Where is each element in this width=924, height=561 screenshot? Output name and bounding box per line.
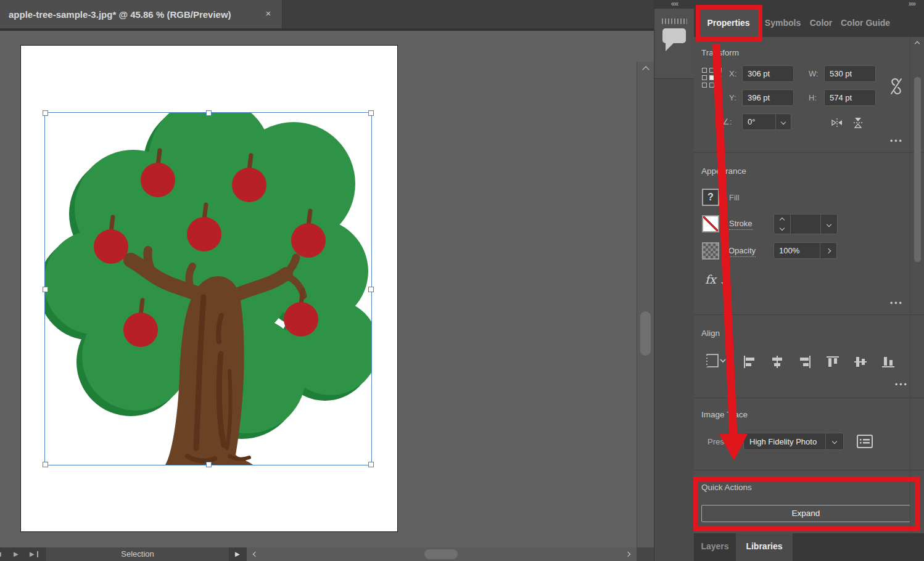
panel-scroll-up-icon[interactable] — [915, 41, 920, 46]
fill-label: Fill — [729, 193, 740, 202]
selection-handle[interactable] — [43, 287, 48, 292]
vertical-scroll-thumb[interactable] — [640, 311, 651, 356]
reference-point-widget[interactable] — [702, 68, 722, 88]
document-tab-title: apple-tree-sample-3.jpg* @ 45.86 % (RGB/… — [0, 9, 231, 20]
tab-properties[interactable]: Properties — [696, 9, 761, 37]
fx-button[interactable]: fx — [705, 272, 716, 286]
appearance-more-button[interactable]: ••• — [890, 299, 904, 308]
y-label: Y: — [729, 93, 736, 102]
horizontal-scroll-thumb[interactable] — [424, 549, 458, 559]
opacity-options-button[interactable] — [820, 242, 837, 259]
collapsed-panel-dock: «« — [654, 0, 694, 561]
panel-grip[interactable] — [662, 18, 688, 24]
panel-header: »» — [694, 0, 924, 9]
align-vertical-center-button[interactable] — [851, 353, 870, 371]
tab-color[interactable]: Color — [805, 9, 837, 37]
h-label: H: — [809, 93, 817, 102]
stroke-weight-stepper[interactable] — [773, 214, 791, 234]
y-field[interactable]: 396 pt — [742, 89, 794, 106]
stroke-label[interactable]: Stroke — [729, 219, 753, 230]
section-divider — [694, 314, 924, 315]
preset-label: Preset — [707, 437, 731, 446]
scrollbar-corner — [637, 547, 654, 561]
dock-panel-slot — [654, 9, 695, 79]
rotate-value: 0° — [743, 117, 775, 126]
first-artboard-icon[interactable]: ◀ — [0, 547, 1, 561]
opacity-label[interactable]: Opacity — [728, 246, 756, 257]
image-trace-panel-icon[interactable] — [856, 434, 873, 449]
horizontal-scrollbar[interactable] — [247, 547, 637, 561]
x-field[interactable]: 306 pt — [742, 65, 794, 82]
transform-title: Transform — [701, 48, 739, 57]
panel-scroll-thumb[interactable] — [914, 77, 921, 262]
expand-button[interactable]: Expand — [701, 505, 910, 522]
stroke-weight-field[interactable] — [790, 214, 821, 234]
tool-status: Selection — [46, 547, 229, 561]
x-label: X: — [729, 69, 736, 78]
canvas-pasteboard[interactable] — [0, 31, 654, 547]
dock-collapse-icon[interactable]: «« — [654, 0, 695, 9]
transform-more-button[interactable]: ••• — [890, 137, 904, 145]
align-left-button[interactable] — [740, 353, 759, 371]
tab-symbols[interactable]: Symbols — [763, 9, 802, 37]
align-more-button[interactable]: ••• — [895, 380, 909, 389]
link-dimensions-icon[interactable] — [889, 78, 904, 95]
stroke-swatch[interactable] — [702, 215, 719, 232]
scroll-left-icon[interactable] — [253, 552, 258, 557]
selection-handle[interactable] — [43, 462, 48, 467]
opacity-swatch[interactable] — [702, 242, 719, 260]
preset-value: High Fidelity Photo — [744, 437, 825, 446]
chevron-down-icon[interactable] — [825, 433, 843, 449]
status-bar: ◀ ▶ ▶ Selection ▶ — [0, 547, 654, 561]
status-expand-icon[interactable]: ▶ — [235, 547, 240, 561]
align-title: Align — [701, 329, 720, 338]
comment-icon[interactable] — [662, 28, 686, 43]
document-tab[interactable]: apple-tree-sample-3.jpg* @ 45.86 % (RGB/… — [0, 0, 283, 28]
flip-vertical-icon[interactable] — [853, 117, 863, 129]
selection-handle[interactable] — [43, 110, 48, 116]
selection-handle[interactable] — [206, 110, 212, 116]
selection-box[interactable] — [44, 112, 372, 465]
opacity-field[interactable]: 100% — [773, 242, 820, 259]
tab-color-guide[interactable]: Color Guide — [841, 9, 890, 37]
w-field[interactable]: 530 pt — [824, 65, 876, 82]
last-artboard-bar — [37, 551, 38, 557]
align-top-button[interactable] — [823, 353, 842, 371]
fill-swatch[interactable]: ? — [702, 189, 719, 206]
bottom-panel-tab-bar: Layers Libraries — [694, 533, 924, 561]
close-icon[interactable]: × — [262, 7, 274, 20]
chevron-down-icon[interactable] — [775, 114, 791, 129]
image-trace-title: Image Trace — [701, 410, 748, 419]
panel-scrollbar[interactable] — [910, 37, 924, 533]
vertical-scrollbar[interactable] — [637, 62, 654, 547]
w-label: W: — [809, 69, 819, 78]
fx-dropdown-icon — [721, 282, 725, 286]
last-artboard-icon[interactable]: ▶ — [30, 547, 35, 561]
scroll-right-icon[interactable] — [625, 552, 630, 557]
stroke-weight-dropdown[interactable] — [820, 214, 838, 234]
align-horizontal-center-button[interactable] — [768, 353, 786, 371]
tab-libraries[interactable]: Libraries — [736, 533, 793, 561]
section-divider — [694, 398, 924, 398]
section-divider — [694, 470, 924, 470]
selection-handle[interactable] — [368, 110, 374, 116]
align-right-button[interactable] — [796, 353, 814, 371]
next-artboard-icon[interactable]: ▶ — [14, 547, 19, 561]
rotate-angle-icon: ∠: — [722, 117, 732, 126]
panel-expand-icon[interactable]: »» — [909, 0, 915, 8]
rotate-combo[interactable]: 0° — [742, 113, 791, 130]
align-bottom-button[interactable] — [879, 353, 897, 371]
h-field[interactable]: 574 pt — [824, 89, 876, 106]
selection-handle[interactable] — [368, 462, 374, 467]
properties-panel: »» Properties Symbols Color Color Guide … — [694, 0, 924, 561]
tab-layers[interactable]: Layers — [694, 533, 736, 561]
flip-horizontal-icon[interactable] — [831, 118, 843, 128]
document-tab-bar: apple-tree-sample-3.jpg* @ 45.86 % (RGB/… — [0, 0, 654, 28]
selection-handle[interactable] — [368, 287, 374, 292]
preset-dropdown[interactable]: High Fidelity Photo — [743, 433, 844, 450]
selection-handle[interactable] — [206, 462, 212, 467]
scroll-up-icon[interactable] — [642, 66, 649, 73]
panel-tab-bar: Properties Symbols Color Color Guide — [694, 9, 924, 37]
align-to-dropdown[interactable] — [703, 351, 728, 370]
appearance-title: Appearance — [701, 166, 746, 176]
